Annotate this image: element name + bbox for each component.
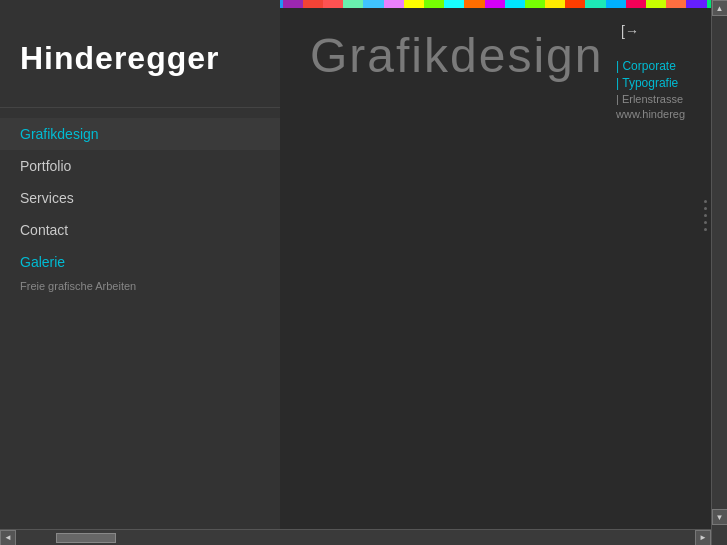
rainbow-stripe: [565, 0, 585, 8]
info-text-website: www.hindereg: [616, 108, 706, 120]
rainbow-stripe: [444, 0, 464, 8]
info-text-erlenstrasse: | Erlenstrasse: [616, 93, 706, 105]
nav-item-services[interactable]: Services: [0, 182, 280, 214]
rainbow-stripe: [404, 0, 424, 8]
rainbow-stripe: [303, 0, 323, 8]
rainbow-stripe: [343, 0, 363, 8]
dot-4: [704, 221, 707, 224]
nav-item-contact[interactable]: Contact: [0, 214, 280, 246]
info-link-typografie[interactable]: | Typografie: [616, 76, 706, 90]
dot-5: [704, 228, 707, 231]
scroll-down-button[interactable]: ▼: [712, 509, 728, 525]
arrow-icon: [→: [616, 18, 706, 44]
nav-item-grafikdesign[interactable]: Grafikdesign: [0, 118, 280, 150]
rainbow-stripe: [646, 0, 666, 8]
rainbow-stripe: [505, 0, 525, 8]
dot-1: [704, 200, 707, 203]
rainbow-stripe: [606, 0, 626, 8]
rainbow-stripe: [686, 0, 706, 8]
sidebar: Hinderegger Grafikdesign Portfolio Servi…: [0, 0, 280, 529]
rainbow-stripe: [666, 0, 686, 8]
rainbow-stripe: [363, 0, 383, 8]
side-dots: [704, 200, 707, 231]
rainbow-stripe: [283, 0, 303, 8]
dot-2: [704, 207, 707, 210]
right-scrollbar: ▲ ▼: [711, 0, 727, 545]
rainbow-stripe: [545, 0, 565, 8]
nav-menu: Grafikdesign Portfolio Services Contact …: [0, 108, 280, 306]
scroll-thumb-horizontal[interactable]: [56, 533, 116, 543]
scroll-right-button[interactable]: ►: [695, 530, 711, 546]
info-link-corporate[interactable]: | Corporate: [616, 59, 706, 73]
bottom-scrollbar: ◄ ►: [0, 529, 711, 545]
rainbow-stripe: [585, 0, 605, 8]
scroll-up-button[interactable]: ▲: [712, 0, 728, 16]
rainbow-stripe: [485, 0, 505, 8]
logo: Hinderegger: [20, 40, 260, 77]
rainbow-stripe: [525, 0, 545, 8]
rainbow-stripe: [323, 0, 343, 8]
nav-item-galerie-sub: Freie grafische Arbeiten: [0, 278, 280, 296]
rainbow-stripe: [384, 0, 404, 8]
rainbow-stripe: [464, 0, 484, 8]
rainbow-stripe: [424, 0, 444, 8]
logo-area: Hinderegger: [0, 0, 280, 108]
nav-item-portfolio[interactable]: Portfolio: [0, 150, 280, 182]
info-panel: [→ | Corporate | Typografie | Erlenstras…: [611, 8, 711, 133]
rainbow-stripe: [626, 0, 646, 8]
dot-3: [704, 214, 707, 217]
scroll-left-button[interactable]: ◄: [0, 530, 16, 546]
nav-item-galerie[interactable]: Galerie: [0, 246, 280, 278]
